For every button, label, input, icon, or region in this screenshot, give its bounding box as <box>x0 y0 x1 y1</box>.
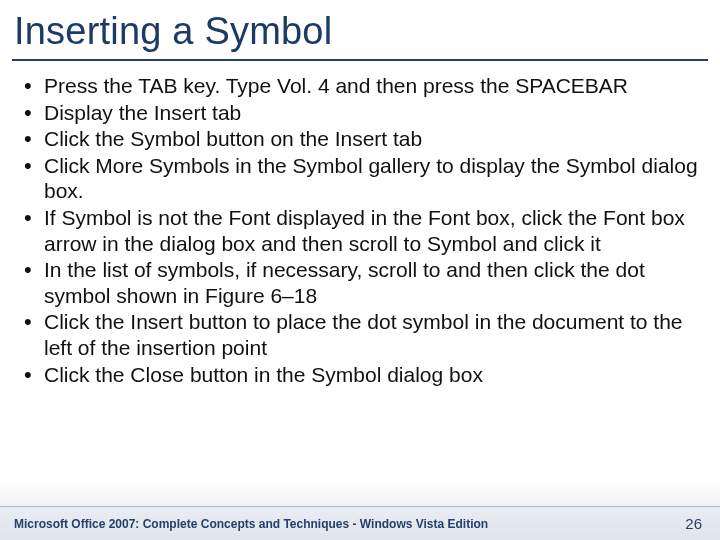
list-item: Click the Insert button to place the dot… <box>18 309 702 360</box>
bullet-text: Click the Insert button to place the dot… <box>44 310 683 359</box>
list-item: In the list of symbols, if necessary, sc… <box>18 257 702 308</box>
list-item: Click the Symbol button on the Insert ta… <box>18 126 702 152</box>
bullet-list: Press the TAB key. Type Vol. 4 and then … <box>18 73 702 387</box>
footer-text: Microsoft Office 2007: Complete Concepts… <box>14 517 685 531</box>
bullet-text: Click the Close button in the Symbol dia… <box>44 363 483 386</box>
title-underline <box>12 59 708 61</box>
slide-title: Inserting a Symbol <box>0 0 720 59</box>
list-item: Click More Symbols in the Symbol gallery… <box>18 153 702 204</box>
list-item: Click the Close button in the Symbol dia… <box>18 362 702 388</box>
page-number: 26 <box>685 515 704 532</box>
bullet-text: Click the Symbol button on the Insert ta… <box>44 127 422 150</box>
slide-footer: Microsoft Office 2007: Complete Concepts… <box>0 506 720 540</box>
bullet-text: If Symbol is not the Font displayed in t… <box>44 206 685 255</box>
content-area: Press the TAB key. Type Vol. 4 and then … <box>0 69 720 387</box>
slide: Inserting a Symbol Press the TAB key. Ty… <box>0 0 720 540</box>
list-item: Display the Insert tab <box>18 100 702 126</box>
list-item: If Symbol is not the Font displayed in t… <box>18 205 702 256</box>
bullet-text: Display the Insert tab <box>44 101 241 124</box>
footer-gradient <box>0 484 720 506</box>
list-item: Press the TAB key. Type Vol. 4 and then … <box>18 73 702 99</box>
bullet-text: Click More Symbols in the Symbol gallery… <box>44 154 698 203</box>
bullet-text: In the list of symbols, if necessary, sc… <box>44 258 645 307</box>
bullet-text: Press the TAB key. Type Vol. 4 and then … <box>44 74 628 97</box>
